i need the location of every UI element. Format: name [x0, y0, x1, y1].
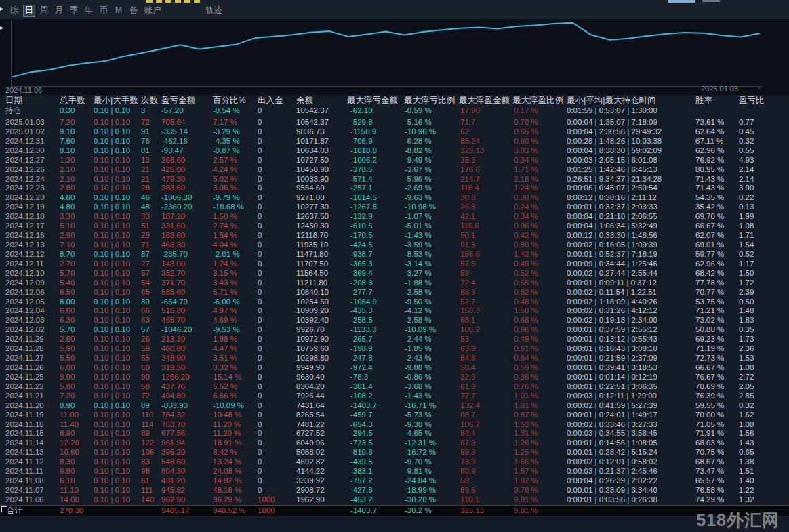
table-row[interactable]: 2024.11.285.900.10 | 0.1059460.804.47 %0… [0, 344, 789, 354]
header-max-float-loss-pct: 最大浮亏比例 [404, 95, 455, 106]
table-row[interactable]: 2024.11.1911.000.10 | 0.10110784.3210.48… [0, 411, 789, 420]
cell-pnl: -1006.30 [161, 193, 192, 203]
table-row[interactable]: 2024.11.208.900.10 | 0.1089-833.90-10.09… [0, 401, 789, 411]
table-row[interactable]: 2024.11.292.600.10 | 0.1026213.301.98 %0… [0, 335, 789, 344]
table-row[interactable]: 2024.12.271.300.10 | 0.1013268.602.57 %0… [0, 156, 789, 165]
cell-pct: 1.24 % [213, 260, 237, 269]
table-row[interactable]: 2024.12.162.900.10 | 0.1029183.601.54 %0… [0, 231, 789, 241]
table-row[interactable]: 2024.12.112.700.10 | 0.1027143.001.24 %0… [0, 260, 789, 269]
cell-balance: 6049.96 [296, 438, 325, 448]
table-row[interactable]: 2025.01.037.200.10 | 0.1072705.647.17 %0… [0, 118, 789, 127]
cell-max-float-loss: -529.8 [350, 118, 373, 127]
table-row[interactable]: 2024.12.262.100.10 | 0.1021425.004.24 %0… [0, 165, 789, 175]
cell-pct: 24.08 % [213, 467, 241, 476]
table-row[interactable]: 2024.11.275.500.10 | 0.1055348.903.51 %0… [0, 354, 789, 363]
left-edge-marker-icon[interactable]: ▸ [0, 5, 3, 12]
cell-win-rate: 74.29 % [695, 495, 724, 505]
table-row[interactable]: 2024.12.058.000.10 | 0.1080-654.70-6.00 … [0, 298, 789, 307]
table-row[interactable]: 2024.12.175.100.10 | 0.1051331.602.74 %0… [0, 222, 789, 231]
toolbar-item-月[interactable]: 月 [52, 5, 66, 17]
table-row[interactable]: 2024.12.137.100.10 | 0.1071463.304.04 %0… [0, 241, 789, 250]
cell-count: 3 [141, 106, 145, 116]
cell-date: 合计 [7, 506, 22, 516]
toolbar-item-账户[interactable]: 账户 [141, 5, 164, 17]
table-row[interactable]: 2024.12.308.100.10 | 0.1081-93.47-0.87 %… [0, 146, 789, 156]
header-pl-ratio: 盈亏比 [739, 95, 765, 106]
chart-end-date: 2025.01.03 [701, 85, 738, 93]
cell-inout: 0 [258, 467, 262, 476]
table-row[interactable]: 2024.12.128.700.10 | 0.1087-235.70-2.01 … [0, 250, 789, 260]
cell-count: 87 [141, 250, 150, 260]
clipped-blue-link[interactable] [668, 0, 695, 3]
table-row[interactable]: 2024.11.1310.600.10 | 0.10106395.208.42 … [0, 448, 789, 457]
cell-max-float-loss-pct: -18.99 % [405, 486, 436, 495]
table-row[interactable]: 2024.11.1811.400.10 | 0.10114753.7011.20… [0, 420, 789, 430]
cell-max-float-profit-pct: 1.26 % [514, 438, 538, 448]
table-row[interactable]: 2024.11.158.900.10 | 0.1089677.5611.20 %… [0, 429, 789, 438]
table-row[interactable]: 2024.11.217.200.10 | 0.1072494.806.66 %0… [0, 392, 789, 401]
cell-pl-ratio: 1.73 [739, 335, 754, 344]
cell-max-float-loss-pct: -8.53 % [405, 250, 432, 260]
table-row[interactable]: 2024.12.025.700.10 | 0.1057-1046.20-9.53… [0, 325, 789, 335]
table-row[interactable]: 2024.12.095.400.10 | 0.1054371.703.43 %0… [0, 279, 789, 288]
toolbar-item-周[interactable]: 周 [37, 5, 52, 17]
table-row[interactable]: 2024.11.225.800.10 | 0.1058437.765.52 %0… [0, 382, 789, 392]
cell-max-float-loss: -277.7 [350, 288, 373, 298]
table-row[interactable]: 2024.12.242.100.10 | 0.1021479.305.02 %0… [0, 175, 789, 184]
cell-pct: -4.35 % [213, 137, 240, 146]
table-row[interactable]: 2024.12.046.600.10 | 0.1066516.804.97 %0… [0, 306, 789, 316]
toolbar-item-M[interactable]: M [111, 5, 126, 17]
toolbar-item-季[interactable]: 季 [66, 5, 81, 17]
toolbar-item-币[interactable]: 币 [96, 5, 111, 17]
table-row[interactable]: 2024.11.086.100.10 | 0.1061431.2014.82 %… [0, 476, 789, 486]
total-row[interactable]: 合计 278.30 9485.17 948.52 % 1000 -1403.7 … [0, 505, 789, 516]
table-row[interactable]: 2024.11.119.800.10 | 0.1098804.3024.08 %… [0, 467, 789, 476]
table-row[interactable]: 2024.12.036.300.10 | 0.1063465.704.69 %0… [0, 316, 789, 325]
table-row[interactable]: 2024.11.0711.100.10 | 0.10111945.8248.18… [0, 486, 789, 495]
cell-pl-ratio: 2.14 [739, 165, 754, 175]
cell-inout: 0 [258, 344, 262, 354]
table-row[interactable]: 2024.12.317.600.10 | 0.1076-462.16-4.35 … [0, 137, 789, 146]
cell-lots: 4.60 [60, 193, 75, 203]
cell-max-float-loss-pct: -9.81 % [405, 467, 432, 476]
table-row[interactable]: 2024.12.204.600.10 | 0.1046-1006.30-9.79… [0, 193, 789, 203]
table-row[interactable]: 2024.12.183.300.10 | 0.1033187.201.50 %0… [0, 212, 789, 222]
table-row[interactable]: 2024.12.194.800.10 | 0.1048-2360.20-18.6… [0, 203, 789, 212]
cell-lots: 9.80 [60, 467, 75, 476]
table-row[interactable]: 2024.12.232.800.10 | 0.1028283.603.06 %0… [0, 184, 789, 193]
cell-hold-time: 0:00:01 | 0:22:51 | 3:06:35 [567, 382, 658, 392]
cell-pct: 3.15 % [213, 269, 237, 279]
table-row[interactable]: 2024.11.266.000.10 | 0.1060319.503.32 %0… [0, 363, 789, 373]
cell-inout: 0 [258, 382, 262, 392]
toolbar-item-年[interactable]: 年 [81, 5, 96, 17]
table-row[interactable]: 2025.01.029.100.10 | 0.1091-335.14-3.29 … [0, 127, 789, 137]
toolbar-item-日[interactable]: 日 [23, 5, 35, 17]
cell-pnl: 494.80 [161, 392, 185, 401]
cell-win-rate: 68.67 % [695, 457, 724, 467]
cell-max-float-profit: 91.8 [460, 241, 475, 250]
cell-hold-time: 0:00:04 | 2:30:56 | 29:49:32 [567, 127, 662, 137]
toolbar-item-备[interactable]: 备 [126, 5, 141, 17]
cell-balance: 12450.30 [296, 222, 329, 231]
table-row[interactable]: 2024.12.066.500.10 | 0.1065585.605.71 %0… [0, 288, 789, 298]
table-row[interactable]: 2024.11.0614.000.10 | 0.10140962.9096.29… [0, 495, 789, 505]
cell-pct: 2.74 % [213, 222, 237, 231]
position-row[interactable]: 持仓 0.30 0.10 | 0.10 3 -57.20 -0.54 % 0 1… [0, 106, 789, 116]
table-row[interactable]: 2024.11.259.000.10 | 0.10901266.2015.14 … [0, 373, 789, 382]
toolbar-item-trail[interactable]: 轨迹 [205, 5, 222, 16]
cell-win-rate: 70.00 % [695, 411, 724, 420]
cell-pnl: 465.70 [161, 316, 185, 325]
table-row[interactable]: 2024.11.1412.200.10 | 0.10122961.9418.91… [0, 438, 789, 448]
cell-pnl: 437.76 [161, 382, 185, 392]
cell-pct: 96.29 % [213, 495, 241, 505]
cell-max-float-profit: 58 [460, 476, 469, 486]
cell-max-float-profit-pct: 9.81 % [514, 506, 538, 516]
cell-pl-ratio: 0.52 [739, 250, 754, 260]
cell-pl-ratio: 1.08 [739, 222, 754, 231]
cell-pnl: 804.30 [161, 467, 185, 476]
cell-max-float-profit-pct: 9.81 % [514, 495, 538, 505]
table-row[interactable]: 2024.11.128.300.10 | 0.1083548.6013.24 %… [0, 457, 789, 467]
toolbar-item-综[interactable]: 综 [7, 5, 22, 17]
cell-minmax: 0.10 | 0.10 [94, 316, 130, 325]
table-row[interactable]: 2024.12.105.700.10 | 0.1057352.703.15 %0… [0, 269, 789, 279]
